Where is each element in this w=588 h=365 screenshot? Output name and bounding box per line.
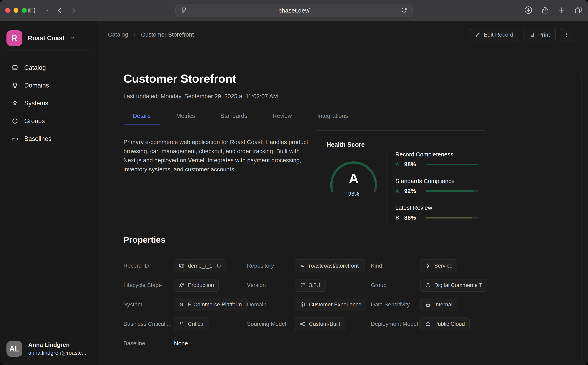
property-chip[interactable]: Digital Commerce Team	[420, 279, 487, 292]
window-controls	[5, 8, 27, 13]
forward-icon[interactable]	[70, 7, 77, 14]
property-value: Service	[420, 259, 487, 272]
page-title: Customer Storefront	[124, 72, 487, 85]
edit-record-label: Edit Record	[484, 32, 513, 38]
property-text: Production	[188, 282, 214, 288]
tab-overview-icon[interactable]	[574, 6, 583, 15]
property-chip[interactable]: E-Commerce Platform	[174, 298, 247, 311]
edit-record-button[interactable]: Edit Record	[469, 28, 519, 42]
user-icon	[425, 282, 431, 288]
bolt-icon	[425, 263, 431, 269]
sidebar-item-label: Catalog	[24, 64, 46, 71]
share-icon[interactable]	[541, 6, 550, 15]
sidebar-item-catalog[interactable]: Catalog	[7, 59, 91, 77]
code-icon	[300, 263, 306, 269]
layers2-icon	[179, 302, 185, 308]
metric-grade: A	[395, 188, 404, 194]
chevron-right-icon	[132, 33, 137, 37]
last-updated: Last updated: Monday, September 29, 2025…	[124, 93, 487, 100]
bell-icon	[179, 321, 185, 327]
sidebar-item-groups[interactable]: Groups	[7, 112, 91, 130]
property-link[interactable]: Digital Commerce Team	[434, 282, 482, 288]
gauge-percent: 93%	[326, 191, 381, 197]
breadcrumb-current: Customer Storefront	[141, 31, 194, 38]
sidebar-nav: CatalogDomainsSystemsGroupsBaselines	[7, 59, 91, 148]
property-chip: 3.2.1	[295, 279, 326, 292]
property-value: Production	[174, 279, 247, 292]
property-link[interactable]: E-Commerce Platform	[188, 302, 242, 308]
metric-percent: 98%	[404, 161, 423, 168]
downloads-icon[interactable]	[524, 6, 533, 15]
property-text: Critical	[188, 321, 205, 327]
property-chip: Public Cloud	[420, 317, 470, 330]
tab-standards[interactable]: Standards	[211, 112, 256, 124]
back-icon[interactable]	[56, 7, 63, 14]
property-value: roastcoast/storefront-w	[295, 259, 371, 272]
property-text: Internal	[434, 302, 452, 308]
user-profile[interactable]: AL Anna Lindgren anna.lindgren@roastc...	[7, 341, 91, 357]
workspace-switcher[interactable]: R Roast Coast	[7, 30, 91, 46]
metric-label: Latest Review	[395, 204, 479, 211]
ruler-icon	[11, 135, 19, 142]
sidebar-item-baselines[interactable]: Baselines	[7, 130, 91, 148]
print-button[interactable]: Print	[524, 28, 556, 42]
health-metric: Standards ComplianceA92%	[395, 178, 479, 194]
sidebar-item-systems[interactable]: Systems	[7, 94, 91, 112]
close-window-button[interactable]	[5, 8, 10, 13]
property-text: Service	[434, 263, 452, 269]
tab-review[interactable]: Review	[263, 112, 301, 124]
property-chip[interactable]: Customer Experience	[295, 298, 366, 311]
metric-grade: B	[395, 215, 404, 221]
layers2-icon	[11, 100, 19, 107]
tab-group-chevron-icon[interactable]	[44, 8, 49, 13]
zoom-window-button[interactable]	[22, 8, 27, 13]
sidebar-item-label: Domains	[24, 82, 49, 89]
more-options-button[interactable]	[560, 28, 573, 42]
property-link[interactable]: Customer Experience	[309, 302, 361, 308]
property-value: Internal	[420, 298, 487, 311]
health-metrics: Record CompletenessA98%Standards Complia…	[395, 151, 479, 231]
properties-title: Properties	[124, 235, 487, 245]
property-value: Customer Experience	[295, 298, 371, 311]
refresh-icon	[300, 282, 306, 288]
property-label: System	[124, 301, 174, 308]
layers3-icon	[300, 302, 306, 308]
property-text: demo_r_1	[188, 263, 213, 269]
metric-percent: 88%	[404, 214, 423, 221]
catalog-icon	[11, 64, 19, 71]
property-value: demo_r_1	[174, 259, 247, 272]
property-label: Lifecycle Stage	[124, 282, 174, 288]
property-chip[interactable]: roastcoast/storefront-w	[295, 259, 365, 272]
print-label: Print	[538, 32, 550, 38]
tab-integrations[interactable]: Integrations	[308, 112, 357, 124]
property-text: Public Cloud	[434, 321, 465, 327]
address-bar[interactable]: phaset.dev/	[175, 4, 413, 17]
sidebar-divider	[7, 335, 91, 335]
rocket-icon	[179, 282, 185, 288]
metric-label: Standards Compliance	[395, 178, 479, 184]
property-chip: Production	[174, 279, 219, 292]
tab-details[interactable]: Details	[124, 112, 160, 124]
sidebar-item-domains[interactable]: Domains	[7, 77, 91, 94]
gauge-grade: A	[326, 171, 381, 186]
minimize-window-button[interactable]	[14, 8, 18, 13]
workspace-name: Roast Coast	[28, 35, 64, 42]
sidebar-toggle-icon[interactable]	[28, 6, 36, 15]
user-avatar: AL	[7, 341, 22, 357]
property-value: Critical	[174, 317, 247, 330]
property-chip: Internal	[420, 298, 457, 311]
id-card-icon	[179, 263, 185, 269]
property-value: Digital Commerce Team	[420, 279, 487, 292]
copy-icon[interactable]	[216, 263, 221, 268]
document-icon	[529, 32, 535, 38]
toolbar-divider	[40, 7, 40, 14]
breadcrumb-catalog[interactable]: Catalog	[108, 31, 128, 38]
property-label: Baseline	[124, 340, 174, 347]
chevron-down-icon	[70, 35, 75, 41]
new-tab-icon[interactable]	[557, 6, 566, 15]
property-chip: Service	[420, 259, 457, 272]
property-label: Group	[371, 282, 420, 288]
tab-metrics[interactable]: Metrics	[167, 112, 204, 124]
property-link[interactable]: roastcoast/storefront-w	[309, 263, 360, 269]
metric-label: Record Completeness	[395, 151, 479, 158]
